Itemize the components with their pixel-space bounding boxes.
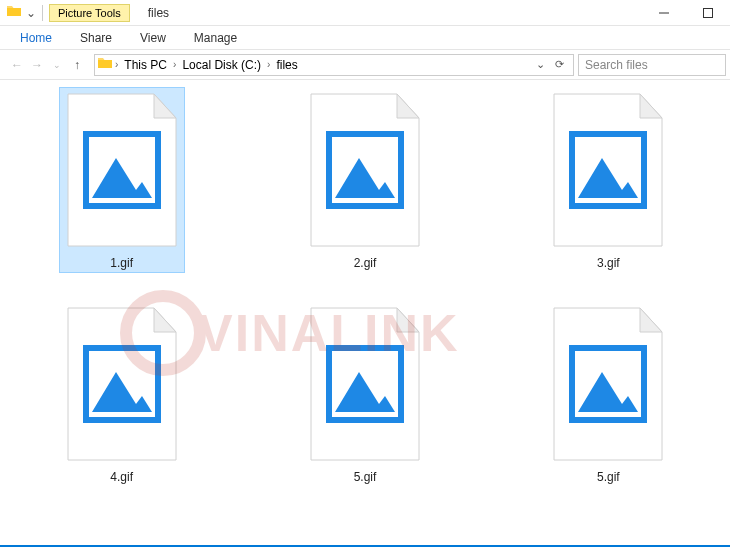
file-name-label: 4.gif [110, 470, 133, 484]
breadcrumb-local-disk[interactable]: Local Disk (C:) [178, 58, 265, 72]
file-item[interactable]: 2.gif [303, 88, 427, 272]
quick-access-dropdown[interactable]: ⌄ [26, 6, 36, 20]
window-controls [642, 0, 730, 26]
refresh-button[interactable]: ⟳ [552, 58, 567, 71]
breadcrumb-this-pc[interactable]: This PC [120, 58, 171, 72]
up-button[interactable]: ↑ [68, 56, 86, 74]
file-item[interactable]: 4.gif [60, 302, 184, 486]
divider [42, 5, 43, 21]
breadcrumb-files[interactable]: files [272, 58, 301, 72]
window-title: files [148, 6, 169, 20]
file-item[interactable]: 5.gif [303, 302, 427, 486]
back-button[interactable]: ← [8, 56, 26, 74]
file-grid: 1.gif2.gif3.gif4.gif5.gif5.gif [0, 88, 730, 486]
chevron-right-icon[interactable]: › [115, 59, 118, 70]
file-name-label: 5.gif [597, 470, 620, 484]
titlebar: ⌄ Picture Tools files [0, 0, 730, 26]
tab-home[interactable]: Home [6, 27, 66, 49]
contextual-tab-picture-tools[interactable]: Picture Tools [49, 4, 130, 22]
image-file-icon [305, 304, 425, 464]
file-name-label: 2.gif [354, 256, 377, 270]
address-bar[interactable]: › This PC › Local Disk (C:) › files ⌄ ⟳ [94, 54, 574, 76]
address-dropdown[interactable]: ⌄ [533, 58, 548, 71]
nav-arrows: ← → ⌄ ↑ [4, 56, 90, 74]
file-item[interactable]: 3.gif [546, 88, 670, 272]
file-item[interactable]: 5.gif [546, 302, 670, 486]
folder-icon [6, 3, 22, 22]
image-file-icon [62, 90, 182, 250]
file-name-label: 1.gif [110, 256, 133, 270]
tab-share[interactable]: Share [66, 27, 126, 49]
chevron-right-icon[interactable]: › [267, 59, 270, 70]
content-area[interactable]: 1.gif2.gif3.gif4.gif5.gif5.gif VINALINK [0, 80, 730, 541]
file-item[interactable]: 1.gif [60, 88, 184, 272]
image-file-icon [62, 304, 182, 464]
folder-icon [97, 55, 113, 74]
tab-view[interactable]: View [126, 27, 180, 49]
search-box[interactable] [578, 54, 726, 76]
image-file-icon [305, 90, 425, 250]
svg-rect-0 [704, 8, 713, 17]
search-input[interactable] [585, 58, 719, 72]
image-file-icon [548, 90, 668, 250]
ribbon-tabs: Home Share View Manage [0, 26, 730, 50]
maximize-button[interactable] [686, 0, 730, 26]
file-name-label: 5.gif [354, 470, 377, 484]
image-file-icon [548, 304, 668, 464]
tab-manage[interactable]: Manage [180, 27, 251, 49]
address-row: ← → ⌄ ↑ › This PC › Local Disk (C:) › fi… [0, 50, 730, 80]
forward-button[interactable]: → [28, 56, 46, 74]
recent-dropdown[interactable]: ⌄ [48, 56, 66, 74]
chevron-right-icon[interactable]: › [173, 59, 176, 70]
minimize-button[interactable] [642, 0, 686, 26]
file-name-label: 3.gif [597, 256, 620, 270]
